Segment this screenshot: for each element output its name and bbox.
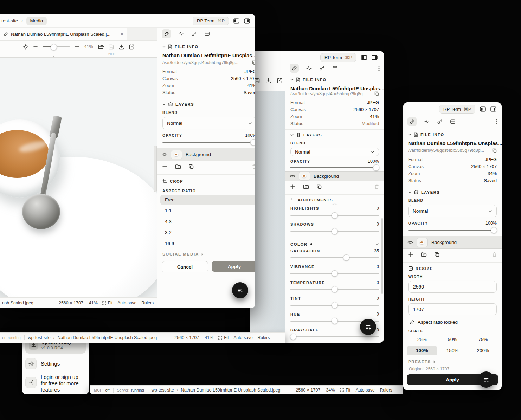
statusbar-rulers[interactable]: Rulers: [141, 301, 154, 305]
canvas-scrollbar[interactable]: [154, 146, 157, 192]
delete-layer-icon[interactable]: [492, 252, 497, 257]
download-icon[interactable]: [266, 78, 271, 83]
save-icon[interactable]: [255, 78, 260, 83]
crop-apply-button[interactable]: Apply: [212, 261, 255, 272]
scale-option-150[interactable]: 150%: [437, 346, 468, 355]
panel-right-toggle-icon[interactable]: [372, 55, 378, 60]
blend-mode-select[interactable]: Normal: [162, 117, 255, 129]
statusbar-autosave[interactable]: Auto-save: [356, 388, 375, 393]
export-icon[interactable]: [277, 78, 282, 83]
breadcrumb-site[interactable]: test-site: [1, 18, 18, 24]
aspect-option-4-3[interactable]: 4:3: [160, 217, 255, 227]
brush-tool-icon[interactable]: [290, 64, 299, 73]
copy-icon[interactable]: [374, 91, 379, 96]
ai-edit-fab[interactable]: [360, 319, 376, 335]
brush-tool-icon[interactable]: [407, 117, 417, 126]
statusbar-zoom[interactable]: 41%: [89, 301, 98, 305]
layer-row-background[interactable]: Background: [285, 171, 384, 181]
save-icon[interactable]: [109, 44, 114, 50]
social-media-row[interactable]: SOCIAL MEDIA: [157, 249, 255, 258]
scale-option-100[interactable]: 100%: [407, 346, 437, 355]
slider-handle[interactable]: [332, 318, 338, 324]
opacity-slider[interactable]: [290, 164, 379, 168]
scale-option-50[interactable]: 50%: [437, 335, 468, 344]
zoom-in-icon[interactable]: [75, 45, 79, 49]
statusbar-rulers[interactable]: Rulers: [380, 388, 392, 393]
slider-handle[interactable]: [332, 270, 338, 277]
rp-term-button[interactable]: RP Term ⌘P: [439, 105, 475, 114]
new-group-icon[interactable]: [175, 164, 181, 169]
key-tool-icon[interactable]: [191, 31, 197, 37]
panel-right-toggle-icon[interactable]: [490, 106, 496, 112]
opacity-slider[interactable]: [162, 139, 255, 145]
width-input[interactable]: [408, 281, 497, 293]
statusbar-breadcrumb[interactable]: wp-test-site › Nathan Dumlao L59fmhtprIE…: [152, 388, 281, 393]
add-layer-icon[interactable]: [408, 252, 413, 257]
statusbar-rulers[interactable]: Rulers: [258, 335, 270, 340]
aspect-option-free[interactable]: Free: [160, 195, 255, 205]
statusbar-fit[interactable]: Fit: [102, 301, 112, 305]
open-folder-icon[interactable]: [98, 44, 104, 49]
download-icon[interactable]: [119, 44, 124, 50]
panel-left-toggle-icon[interactable]: [480, 106, 486, 112]
slider-handle[interactable]: [332, 228, 338, 234]
key-tool-icon[interactable]: [437, 119, 443, 124]
slider-handle[interactable]: [332, 212, 338, 219]
shadows-slider[interactable]: [290, 228, 379, 234]
slider-handle[interactable]: [250, 139, 255, 146]
close-icon[interactable]: ×: [121, 31, 123, 37]
statusbar-zoom[interactable]: 34%: [326, 388, 335, 393]
crop-section-header[interactable]: CROP: [157, 176, 255, 187]
scale-option-75[interactable]: 75%: [468, 335, 498, 344]
archive-tool-icon[interactable]: [450, 119, 456, 124]
duplicate-layer-icon[interactable]: [189, 164, 194, 169]
zoom-slider-handle[interactable]: [51, 44, 57, 50]
activity-tool-icon[interactable]: [306, 65, 312, 71]
activity-tool-icon[interactable]: [178, 31, 184, 37]
statusbar-fit[interactable]: Fit: [340, 388, 350, 393]
add-layer-icon[interactable]: [290, 184, 295, 189]
zoom-slider[interactable]: [43, 44, 70, 50]
height-input[interactable]: [408, 303, 497, 315]
opacity-slider[interactable]: [408, 227, 497, 233]
layers-section-header[interactable]: LAYERS: [285, 131, 384, 140]
aspect-option-16-9[interactable]: 16:9: [160, 238, 255, 248]
eye-icon[interactable]: [407, 240, 413, 244]
scale-option-200[interactable]: 200%: [468, 346, 498, 355]
layer-row-background[interactable]: Background: [157, 148, 255, 161]
export-icon[interactable]: [129, 44, 134, 50]
ai-edit-fab[interactable]: [232, 282, 248, 298]
statusbar-autosave[interactable]: Auto-save: [234, 335, 253, 340]
presets-row[interactable]: PRESETS: [403, 357, 502, 366]
duplicate-layer-icon[interactable]: [435, 252, 439, 257]
zoom-out-icon[interactable]: [33, 45, 38, 49]
new-group-icon[interactable]: [303, 184, 309, 189]
crop-cancel-button[interactable]: Cancel: [162, 261, 208, 272]
archive-tool-icon[interactable]: [332, 65, 338, 71]
rp-term-button[interactable]: RP Term ⌘P: [320, 53, 356, 62]
saturation-slider[interactable]: [290, 254, 379, 261]
kebab-menu-icon[interactable]: [496, 119, 497, 124]
activity-tool-icon[interactable]: [424, 119, 430, 124]
panel-scrollbar[interactable]: [381, 218, 383, 294]
slider-handle[interactable]: [290, 334, 296, 340]
copy-icon[interactable]: [492, 148, 497, 153]
aspect-option-1-1[interactable]: 1:1: [160, 206, 255, 216]
panel-left-toggle-icon[interactable]: [361, 55, 367, 60]
brush-tool-icon[interactable]: [162, 29, 171, 38]
duplicate-layer-icon[interactable]: [317, 184, 322, 189]
slider-handle[interactable]: [491, 227, 497, 233]
color-subsection-header[interactable]: COLOR: [285, 241, 384, 248]
panel-right-toggle-icon[interactable]: [244, 18, 250, 24]
statusbar-breadcrumb[interactable]: wp-test-site › Nathan Dumlao L59fmhtprIE…: [28, 335, 157, 340]
ai-edit-fab[interactable]: [478, 371, 494, 388]
layers-section-header[interactable]: LAYERS: [403, 188, 502, 198]
copy-icon[interactable]: [252, 60, 256, 65]
tint-slider[interactable]: [290, 302, 379, 308]
breadcrumb-page-media[interactable]: Media: [26, 17, 47, 25]
slider-handle[interactable]: [373, 164, 379, 171]
layer-row-background[interactable]: Background: [403, 236, 502, 249]
zoom-percentage[interactable]: 41%: [84, 44, 93, 49]
layers-section-header[interactable]: LAYERS: [157, 100, 255, 110]
key-tool-icon[interactable]: [319, 65, 325, 71]
